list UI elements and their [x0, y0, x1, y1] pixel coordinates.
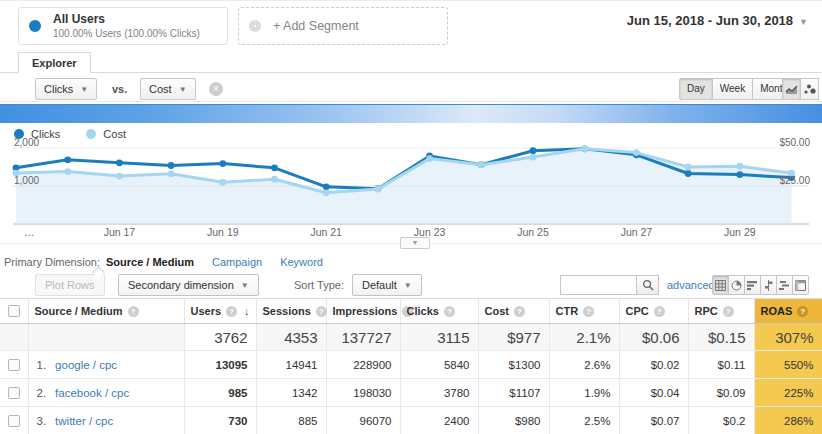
cell-cpc: $0.07	[619, 407, 688, 434]
timeseries-chart	[0, 123, 822, 235]
divider	[0, 101, 822, 102]
dimension-campaign-link[interactable]: Campaign	[212, 256, 262, 268]
cell-cost: $1300	[478, 351, 549, 379]
plot-rows-button[interactable]: Plot Rows	[35, 274, 105, 296]
column-header-roas[interactable]: ROAS?	[754, 299, 822, 324]
tab-explorer[interactable]: Explorer	[18, 52, 91, 73]
segment-all-users[interactable]: All Users 100.00% Users (100.00% Clicks)	[18, 7, 228, 45]
row-number: 1.	[37, 359, 47, 371]
chevron-down-icon: ▼	[80, 85, 88, 94]
data-view-icon[interactable]	[712, 275, 729, 295]
summary-users: 3762	[184, 324, 256, 351]
cell-roas: 286%	[754, 407, 822, 434]
dimension-source-medium[interactable]: Source / Medium	[106, 256, 194, 268]
help-icon[interactable]: ?	[797, 306, 808, 317]
cell-impressions: 96070	[326, 407, 400, 434]
segment-donut-gray-icon	[249, 20, 261, 32]
cell-clicks: 5840	[400, 351, 478, 379]
row-checkbox[interactable]	[0, 351, 28, 379]
row-number: 3.	[37, 415, 47, 427]
column-header-clicks[interactable]: Clicks?	[400, 299, 478, 324]
select-all-checkbox[interactable]	[0, 299, 28, 324]
column-header-impressions[interactable]: Impressions?	[326, 299, 400, 324]
table-row: 1.google / cpc 13095 14941 228900 5840 $…	[0, 351, 822, 379]
granularity-day-button[interactable]: Day	[679, 78, 713, 100]
line-chart-icon[interactable]	[782, 78, 801, 100]
column-header-ctr[interactable]: CTR?	[549, 299, 619, 324]
add-segment-button[interactable]: + Add Segment	[238, 7, 448, 45]
row-number: 2.	[37, 387, 47, 399]
add-segment-label: + Add Segment	[273, 19, 359, 33]
x-axis-tick: Jun 21	[310, 226, 342, 238]
motion-chart-icon[interactable]	[800, 78, 819, 100]
cell-cpc: $0.04	[619, 379, 688, 407]
segment-donut-icon	[29, 20, 41, 32]
x-axis-tick: …	[24, 226, 35, 238]
chart-header-band	[0, 104, 822, 123]
remove-metric-icon[interactable]: ×	[209, 82, 223, 96]
tab-divider	[0, 72, 822, 73]
cell-clicks: 2400	[400, 407, 478, 434]
y2-axis-tick: $50.00	[779, 137, 810, 148]
segment-title: All Users	[53, 12, 200, 27]
help-icon[interactable]: ?	[226, 306, 237, 317]
term-cloud-view-icon[interactable]	[776, 275, 793, 295]
column-header-cost[interactable]: Cost?	[478, 299, 549, 324]
cell-cost: $980	[478, 407, 549, 434]
cell-cost: $1107	[478, 379, 549, 407]
percentage-view-icon[interactable]	[728, 275, 745, 295]
summary-cpc: $0.06	[619, 324, 688, 351]
cell-rpc: $0.2	[688, 407, 754, 434]
metric-b-dropdown[interactable]: Cost ▼	[140, 78, 196, 100]
row-checkbox[interactable]	[0, 407, 28, 434]
x-axis-tick: Jun 19	[207, 226, 239, 238]
date-range-selector[interactable]: Jun 15, 2018 - Jun 30, 2018▼	[627, 13, 808, 28]
comparison-view-icon[interactable]	[760, 275, 777, 295]
cell-roas: 550%	[754, 351, 822, 379]
help-icon[interactable]: ?	[514, 306, 525, 317]
pivot-view-icon[interactable]	[792, 275, 809, 295]
column-header-cpc[interactable]: CPC?	[619, 299, 688, 324]
chevron-down-icon: ▼	[241, 281, 249, 290]
dimension-keyword-link[interactable]: Keyword	[280, 256, 323, 268]
vs-label: vs.	[112, 83, 127, 95]
search-icon[interactable]	[636, 275, 659, 295]
performance-view-icon[interactable]	[744, 275, 761, 295]
cell-users: 730	[184, 407, 256, 434]
sort-type-dropdown[interactable]: Default ▼	[352, 274, 422, 296]
summary-roas: 307%	[754, 324, 822, 351]
row-checkbox[interactable]	[0, 379, 28, 407]
source-link[interactable]: facebook / cpc	[55, 387, 129, 399]
column-header-rpc[interactable]: RPC?	[688, 299, 754, 324]
granularity-week-button[interactable]: Week	[712, 78, 753, 100]
chevron-down-icon: ▼	[179, 85, 187, 94]
y-axis-tick: 1,000	[14, 175, 39, 186]
summary-clicks: 3115	[400, 324, 478, 351]
help-icon[interactable]: ?	[723, 306, 734, 317]
summary-ctr: 2.1%	[549, 324, 619, 351]
help-icon[interactable]: ?	[128, 306, 139, 317]
chart-collapse-handle[interactable]: ▼	[400, 237, 430, 249]
search-input[interactable]	[560, 275, 636, 295]
summary-rpc: $0.15	[688, 324, 754, 351]
help-icon[interactable]: ?	[583, 306, 594, 317]
secondary-dimension-dropdown[interactable]: Secondary dimension ▼	[118, 274, 259, 296]
advanced-search-link[interactable]: advanced	[667, 279, 715, 291]
cell-rpc: $0.11	[688, 351, 754, 379]
column-header-sessions[interactable]: Sessions?	[256, 299, 326, 324]
source-link[interactable]: google / cpc	[55, 359, 117, 371]
table-row: 3.twitter / cpc 730 885 96070 2400 $980 …	[0, 407, 822, 434]
column-header-source-medium[interactable]: Source / Medium?	[28, 299, 184, 324]
analytics-report-page: All Users 100.00% Users (100.00% Clicks)…	[0, 0, 822, 434]
column-header-users[interactable]: Users?↓	[184, 299, 256, 324]
chart-type-switcher	[783, 78, 819, 100]
metric-a-dropdown[interactable]: Clicks ▼	[35, 78, 97, 100]
cell-rpc: $0.09	[688, 379, 754, 407]
y2-axis-tick: $25.00	[779, 175, 810, 186]
help-icon[interactable]: ?	[444, 306, 455, 317]
summary-impressions: 137727	[326, 324, 400, 351]
help-icon[interactable]: ?	[654, 306, 665, 317]
chevron-down-icon: ▼	[799, 17, 808, 27]
help-icon[interactable]: ?	[316, 306, 327, 317]
source-link[interactable]: twitter / cpc	[55, 415, 113, 427]
